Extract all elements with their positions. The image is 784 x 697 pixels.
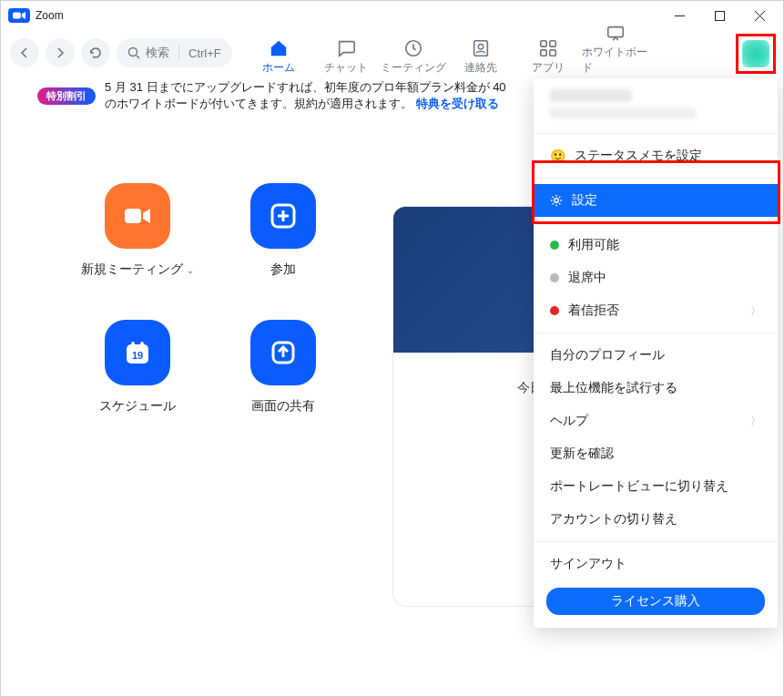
menu-help[interactable]: ヘルプ 〉 bbox=[534, 405, 778, 437]
tile-schedule: 19 スケジュール bbox=[65, 311, 210, 447]
svg-text:19: 19 bbox=[132, 350, 143, 361]
svg-point-2 bbox=[129, 48, 137, 56]
tab-contacts-label: 連絡先 bbox=[464, 60, 497, 76]
svg-point-5 bbox=[478, 44, 484, 49]
menu-away-label: 退席中 bbox=[568, 270, 606, 286]
svg-rect-6 bbox=[541, 41, 546, 46]
titlebar: Zoom bbox=[1, 1, 783, 30]
menu-account-header bbox=[534, 87, 778, 128]
status-dot-available bbox=[550, 241, 559, 250]
svg-rect-7 bbox=[550, 41, 555, 46]
menu-try-top[interactable]: 最上位機能を試行する bbox=[534, 372, 778, 405]
svg-rect-0 bbox=[13, 13, 21, 19]
menu-status-dnd[interactable]: 着信拒否 〉 bbox=[534, 294, 778, 327]
menu-try-top-label: 最上位機能を試行する bbox=[550, 380, 677, 396]
tab-chat[interactable]: チャット bbox=[312, 35, 380, 76]
tile-join: 参加 bbox=[210, 174, 356, 311]
menu-update-label: 更新を確認 bbox=[550, 446, 614, 462]
menu-status-available[interactable]: 利用可能 bbox=[534, 229, 778, 261]
svg-rect-4 bbox=[473, 41, 487, 56]
window-title: Zoom bbox=[36, 9, 64, 22]
menu-portrait-label: ポートレートビューに切り替え bbox=[550, 478, 728, 495]
menu-profile[interactable]: 自分のプロフィール bbox=[534, 339, 778, 372]
tab-home-label: ホーム bbox=[262, 60, 295, 76]
tab-home[interactable]: ホーム bbox=[245, 35, 312, 76]
tab-meeting[interactable]: ミーティング bbox=[380, 35, 447, 76]
menu-status-away[interactable]: 退席中 bbox=[534, 261, 778, 294]
menu-status-memo-label: ステータスメモを設定 bbox=[575, 148, 702, 164]
menu-switch-account[interactable]: アカウントの切り替え bbox=[534, 503, 778, 536]
menu-dnd-label: 着信拒否 bbox=[568, 302, 619, 319]
video-icon bbox=[122, 200, 153, 231]
svg-rect-10 bbox=[608, 27, 624, 37]
menu-available-label: 利用可能 bbox=[568, 237, 619, 253]
search-input[interactable]: 検索 Ctrl+F bbox=[117, 38, 232, 67]
menu-switch-label: アカウントの切り替え bbox=[550, 511, 677, 528]
new-meeting-button[interactable] bbox=[105, 183, 170, 249]
menu-buy-license[interactable]: ライセンス購入 bbox=[546, 588, 765, 615]
nav-tabs: ホーム チャット ミーティング 連絡先 アプリ ホワイトボード bbox=[245, 30, 649, 76]
contacts-icon bbox=[471, 38, 491, 58]
share-button[interactable] bbox=[250, 320, 316, 385]
chevron-right-icon: 〉 bbox=[750, 303, 761, 319]
tab-whiteboard[interactable]: ホワイトボード bbox=[582, 19, 649, 76]
search-shortcut: Ctrl+F bbox=[188, 46, 221, 60]
menu-settings-label: 設定 bbox=[572, 192, 597, 209]
schedule-button[interactable]: 19 bbox=[105, 320, 170, 385]
tile-new-meeting: 新規ミーティング ⌄ bbox=[65, 174, 210, 311]
maximize-button[interactable] bbox=[699, 2, 739, 29]
avatar-highlight bbox=[736, 34, 776, 74]
gear-icon bbox=[550, 194, 563, 207]
tile-share: 画面の共有 bbox=[210, 311, 356, 447]
new-meeting-label: 新規ミーティング bbox=[81, 261, 183, 278]
svg-point-19 bbox=[555, 199, 558, 202]
tab-apps-label: アプリ bbox=[532, 60, 565, 76]
menu-signout[interactable]: サインアウト bbox=[534, 548, 778, 580]
nav-history-button[interactable] bbox=[81, 38, 110, 67]
nav-forward-button[interactable] bbox=[46, 38, 75, 67]
join-label: 参加 bbox=[270, 261, 296, 278]
profile-avatar[interactable] bbox=[742, 40, 769, 67]
svg-point-15 bbox=[131, 342, 135, 345]
close-button[interactable] bbox=[739, 2, 779, 29]
menu-settings[interactable]: 設定 bbox=[534, 184, 778, 217]
join-button[interactable] bbox=[250, 183, 316, 249]
svg-rect-9 bbox=[550, 50, 555, 56]
promo-badge: 特別割引 bbox=[37, 87, 96, 105]
account-name-redacted bbox=[550, 89, 632, 102]
action-tiles: 新規ミーティング ⌄ 参加 19 スケジュール bbox=[65, 174, 356, 447]
menu-portrait[interactable]: ポートレートビューに切り替え bbox=[534, 470, 778, 503]
search-icon bbox=[127, 46, 140, 59]
tab-contacts[interactable]: 連絡先 bbox=[447, 35, 514, 76]
menu-status-memo[interactable]: 🙂 ステータスメモを設定 bbox=[534, 139, 778, 172]
tab-apps[interactable]: アプリ bbox=[514, 35, 582, 76]
home-icon bbox=[269, 38, 289, 58]
status-dot-away bbox=[550, 273, 559, 282]
zoom-app-icon bbox=[8, 8, 30, 23]
chevron-down-icon[interactable]: ⌄ bbox=[187, 265, 194, 275]
tab-chat-label: チャット bbox=[324, 60, 368, 76]
search-placeholder: 検索 bbox=[146, 45, 169, 61]
nav-back-button[interactable] bbox=[10, 38, 39, 67]
tab-whiteboard-label: ホワイトボード bbox=[582, 45, 649, 76]
clock-icon bbox=[403, 38, 423, 58]
menu-profile-label: 自分のプロフィール bbox=[550, 347, 665, 364]
main-toolbar: 検索 Ctrl+F ホーム チャット ミーティング 連絡先 アプリ ホワイトボー… bbox=[1, 30, 783, 76]
smile-icon: 🙂 bbox=[550, 149, 565, 163]
promo-line2a: のホワイトボードが付いてきます。規約が適用されます。 bbox=[105, 97, 412, 110]
share-up-icon bbox=[268, 337, 299, 368]
minimize-button[interactable] bbox=[659, 2, 699, 29]
share-label: 画面の共有 bbox=[251, 398, 315, 415]
chat-icon bbox=[336, 38, 356, 58]
menu-check-update[interactable]: 更新を確認 bbox=[534, 437, 778, 470]
promo-text: 5 月 31 日までにアップグレードすれば、初年度のプロ年額プラン料金が 40 … bbox=[105, 79, 506, 112]
profile-dropdown: 🙂 ステータスメモを設定 設定 利用可能 退席中 着信拒否 〉 自分のプロフィー… bbox=[534, 78, 778, 628]
menu-signout-label: サインアウト bbox=[550, 556, 626, 572]
apps-icon bbox=[538, 38, 558, 58]
status-dot-dnd bbox=[550, 306, 559, 315]
promo-link[interactable]: 特典を受け取る bbox=[416, 97, 499, 110]
chevron-right-icon: 〉 bbox=[750, 414, 761, 429]
svg-rect-1 bbox=[715, 11, 724, 20]
svg-rect-8 bbox=[541, 50, 546, 56]
promo-line1: 5 月 31 日までにアップグレードすれば、初年度のプロ年額プラン料金が 40 bbox=[105, 80, 506, 94]
